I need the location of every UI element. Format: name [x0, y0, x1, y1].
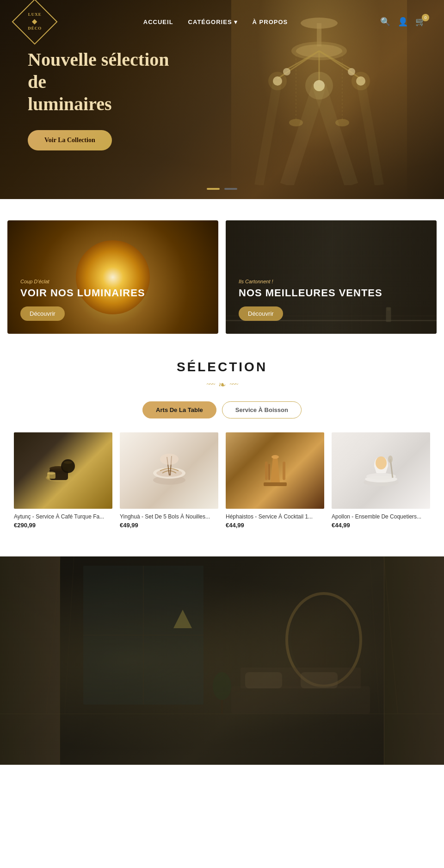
product-3-name: Héphaistos - Service À Cocktail 1... — [226, 513, 324, 520]
promo-left-title: VOIR NOS LUMINAIRES — [20, 287, 205, 299]
product-card-4[interactable]: Apollon - Ensemble De Coquetiers... €44,… — [332, 432, 430, 529]
svg-point-54 — [388, 456, 393, 463]
brand-line2: DÉCO — [28, 26, 42, 31]
divider-icon: ❧ — [218, 379, 226, 390]
svg-line-57 — [65, 556, 74, 714]
svg-line-24 — [361, 81, 379, 185]
svg-line-59 — [370, 556, 379, 714]
products-grid: Aytunç - Service À Café Turque Fa... €29… — [9, 432, 435, 529]
svg-rect-27 — [226, 307, 226, 333]
product-img-2 — [120, 432, 218, 509]
tab-arts-de-la-table[interactable]: Arts De La Table — [142, 401, 216, 418]
svg-line-22 — [319, 86, 352, 185]
hero-title-line2: luminaires — [28, 94, 112, 114]
svg-line-56 — [46, 556, 60, 714]
promo-left-tag: Coup D'éclat — [20, 279, 205, 284]
product-1-name: Aytunç - Service À Café Turque Fa... — [14, 513, 112, 520]
selection-title: SÉLECTION — [9, 360, 435, 375]
product-3-svg — [252, 448, 298, 494]
promo-card-bestsellers: Ils Cartonnent ! NOS MEILLEURES VENTES D… — [226, 220, 437, 334]
svg-point-52 — [376, 456, 387, 469]
svg-point-11 — [283, 68, 290, 75]
search-icon[interactable]: 🔍 — [380, 17, 390, 27]
svg-point-35 — [64, 461, 72, 464]
product-4-svg — [358, 448, 404, 494]
nav-icons: 🔍 👤 🛒 0 — [380, 17, 426, 27]
hero-title: Nouvelle sélection de luminaires — [28, 49, 185, 115]
svg-line-23 — [259, 81, 278, 185]
svg-point-45 — [271, 455, 279, 459]
hero-cta-button[interactable]: Voir La Collection — [28, 130, 112, 150]
svg-point-63 — [213, 672, 231, 700]
svg-point-12 — [348, 68, 355, 75]
svg-line-21 — [287, 86, 319, 185]
brand-line1: LUXE — [28, 12, 42, 18]
product-3-price: €44,99 — [226, 522, 324, 529]
product-2-svg — [146, 448, 192, 494]
promo-left-btn[interactable]: Découvrir — [20, 306, 65, 321]
cart-icon[interactable]: 🛒 0 — [415, 17, 426, 27]
cart-badge: 0 — [422, 14, 429, 21]
promo-right-tag: Ils Cartonnent ! — [239, 279, 424, 284]
product-card-3[interactable]: Héphaistos - Service À Cocktail 1... €44… — [226, 432, 324, 529]
product-2-price: €49,99 — [120, 522, 218, 529]
hero-dot-2[interactable] — [224, 188, 237, 190]
nav-about[interactable]: À PROPOS — [253, 19, 288, 25]
svg-rect-46 — [265, 462, 268, 480]
nav-home[interactable]: ACCUEIL — [143, 19, 173, 25]
product-2-name: Yinghuà - Set De 5 Bols À Nouilles... — [120, 513, 218, 520]
svg-rect-44 — [264, 482, 287, 486]
svg-rect-71 — [301, 672, 338, 688]
logo[interactable]: LUXE ◆ DÉCO — [12, 0, 58, 44]
product-card-2[interactable]: Yinghuà - Set De 5 Bols À Nouilles... €4… — [120, 432, 218, 529]
navbar: LUXE ◆ DÉCO ACCUEIL CATÉGORIES ▾ À PROPO… — [0, 0, 444, 44]
selection-divider: ❧ — [9, 379, 435, 390]
product-img-3 — [226, 432, 324, 509]
selection-tabs: Arts De La Table Service À Boisson — [9, 401, 435, 418]
svg-point-37 — [47, 472, 56, 475]
product-4-name: Apollon - Ensemble De Coquetiers... — [332, 513, 430, 520]
svg-rect-47 — [283, 462, 285, 480]
hero-content: Nouvelle sélection de luminaires Voir La… — [28, 49, 185, 150]
bottom-banner — [0, 556, 444, 765]
user-icon[interactable]: 👤 — [398, 17, 408, 27]
product-1-svg — [40, 448, 86, 494]
product-1-price: €290,99 — [14, 522, 112, 529]
promo-section: Coup D'éclat VOIR NOS LUMINAIRES Découvr… — [0, 213, 444, 341]
nav-categories[interactable]: CATÉGORIES ▾ — [188, 19, 238, 25]
svg-rect-48 — [268, 464, 270, 480]
svg-rect-29 — [387, 307, 390, 311]
hero-dot-1[interactable] — [207, 188, 220, 190]
product-card-1[interactable]: Aytunç - Service À Café Turque Fa... €29… — [14, 432, 112, 529]
hero-title-line1: Nouvelle sélection de — [28, 49, 169, 92]
product-img-1 — [14, 432, 112, 509]
promo-right-btn[interactable]: Découvrir — [239, 306, 283, 321]
svg-rect-68 — [231, 686, 370, 714]
hero-dots — [207, 188, 237, 190]
promo-circle-light — [76, 240, 150, 314]
promo-right-title: NOS MEILLEURES VENTES — [239, 287, 424, 299]
product-img-4 — [332, 432, 430, 509]
svg-line-58 — [384, 556, 398, 714]
nav-categories-label: CATÉGORIES — [188, 19, 232, 25]
promo-card-luminaires: Coup D'éclat VOIR NOS LUMINAIRES Découvr… — [7, 220, 218, 334]
chevron-down-icon: ▾ — [234, 19, 238, 25]
tab-service-a-boisson[interactable]: Service À Boisson — [222, 401, 302, 418]
svg-point-51 — [366, 473, 396, 480]
product-4-price: €44,99 — [332, 522, 430, 529]
svg-rect-70 — [245, 672, 282, 688]
svg-point-43 — [160, 454, 179, 465]
brand-separator: ◆ — [28, 18, 42, 26]
selection-section: SÉLECTION ❧ Arts De La Table Service À B… — [0, 341, 444, 543]
nav-links: ACCUEIL CATÉGORIES ▾ À PROPOS — [143, 19, 288, 25]
logo-text: LUXE ◆ DÉCO — [28, 12, 42, 31]
room-decoration-svg — [0, 556, 444, 765]
